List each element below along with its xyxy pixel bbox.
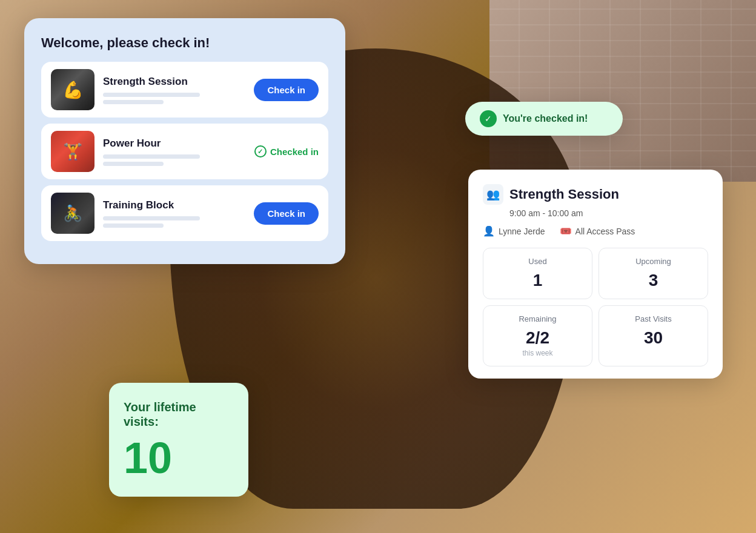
- lifetime-visits-card: Your lifetime visits: 10: [109, 383, 248, 497]
- session-thumb-power: [51, 131, 94, 172]
- detail-session-icon: 👥: [483, 184, 503, 205]
- power-checked-in-label: ✓ Checked in: [254, 145, 319, 157]
- stat-used-value: 1: [493, 271, 582, 290]
- bar-short-2: [103, 162, 164, 166]
- session-name-strength: Strength Session: [103, 76, 245, 88]
- stat-remaining-label: Remaining: [493, 314, 582, 323]
- session-bars-strength: [103, 93, 245, 104]
- detail-session-time: 9:00 am - 10:00 am: [509, 208, 708, 218]
- stat-upcoming-value: 3: [609, 271, 698, 290]
- session-bars-power: [103, 154, 246, 166]
- session-detail-card: 👥 Strength Session 9:00 am - 10:00 am 👤 …: [468, 170, 723, 379]
- stat-past-label: Past Visits: [609, 314, 698, 323]
- session-item-strength: Strength Session Check in: [41, 62, 328, 118]
- session-bars-training: [103, 216, 245, 228]
- lifetime-heading: Your lifetime visits:: [124, 400, 234, 429]
- stat-used-label: Used: [493, 257, 582, 266]
- stat-past-value: 30: [609, 328, 698, 348]
- session-name-power: Power Hour: [103, 137, 246, 150]
- meta-pass: 🎟️ All Access Pass: [560, 225, 635, 237]
- meta-user-name: Lynne Jerde: [499, 227, 545, 236]
- checkin-title: Welcome, please check in!: [41, 35, 328, 51]
- stat-upcoming: Upcoming 3: [598, 248, 708, 299]
- toast-check-icon: ✓: [480, 110, 497, 127]
- meta-pass-name: All Access Pass: [575, 227, 635, 236]
- stats-grid: Used 1 Upcoming 3 Remaining 2/2 this wee…: [483, 248, 708, 366]
- lifetime-count: 10: [124, 436, 234, 480]
- strength-checkin-button[interactable]: Check in: [254, 79, 319, 101]
- detail-session-title: Strength Session: [509, 187, 619, 202]
- check-circle-icon: ✓: [254, 145, 267, 157]
- session-info-training: Training Block: [103, 199, 245, 228]
- stat-used: Used 1: [483, 248, 592, 299]
- checked-in-toast: ✓ You're checked in!: [465, 102, 623, 136]
- session-info-strength: Strength Session: [103, 76, 245, 104]
- stat-upcoming-label: Upcoming: [609, 257, 698, 266]
- session-info-power: Power Hour: [103, 137, 246, 166]
- bar-long-3: [103, 216, 200, 220]
- session-thumb-training: [51, 193, 94, 234]
- session-item-training: Training Block Check in: [41, 185, 328, 241]
- meta-user: 👤 Lynne Jerde: [483, 225, 545, 237]
- power-status-text: Checked in: [270, 147, 319, 157]
- stat-remaining-value: 2/2: [493, 328, 582, 348]
- checkin-card: Welcome, please check in! Strength Sessi…: [24, 18, 345, 264]
- session-name-training: Training Block: [103, 199, 245, 211]
- bar-long: [103, 93, 200, 97]
- stat-past: Past Visits 30: [598, 305, 708, 366]
- toast-text: You're checked in!: [503, 113, 588, 124]
- stat-remaining: Remaining 2/2 this week: [483, 305, 592, 366]
- bar-long-2: [103, 154, 200, 159]
- bar-short-3: [103, 223, 164, 228]
- bar-short: [103, 100, 164, 104]
- session-thumb-strength: [51, 69, 94, 110]
- pass-icon: 🎟️: [560, 225, 572, 237]
- stat-remaining-sub: this week: [493, 349, 582, 357]
- detail-header: 👥 Strength Session: [483, 184, 708, 205]
- training-checkin-button[interactable]: Check in: [254, 202, 319, 225]
- session-item-power: Power Hour ✓ Checked in: [41, 124, 328, 179]
- detail-meta: 👤 Lynne Jerde 🎟️ All Access Pass: [483, 225, 708, 237]
- user-icon: 👤: [483, 225, 495, 237]
